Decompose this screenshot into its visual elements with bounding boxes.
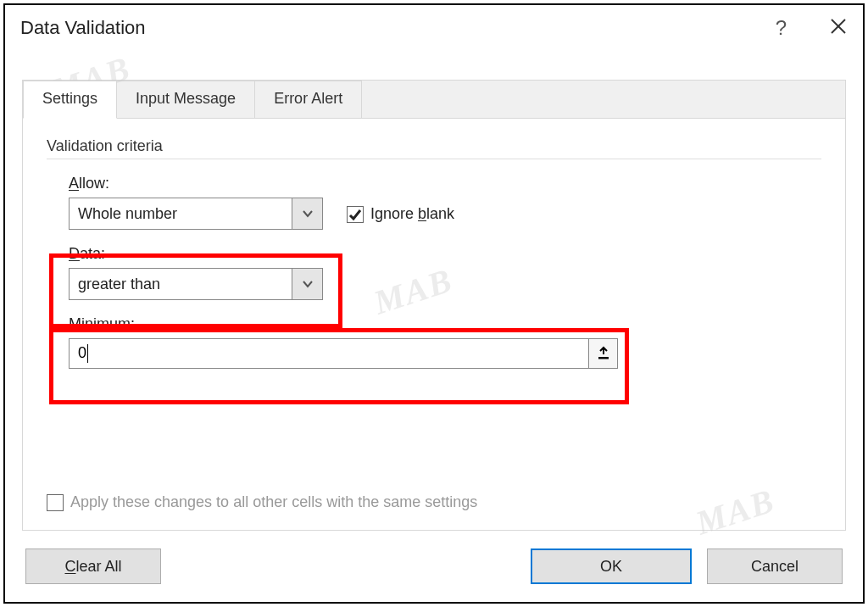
minimum-label: Minimum: xyxy=(69,315,821,333)
chevron-down-icon[interactable] xyxy=(292,198,322,229)
ignore-blank-label: Ignore blank xyxy=(370,205,454,223)
minimum-input[interactable]: 0 xyxy=(70,344,588,363)
chevron-down-icon[interactable] xyxy=(292,269,322,299)
help-icon[interactable]: ? xyxy=(776,16,787,40)
allow-label: Allow: xyxy=(69,175,323,192)
ok-button[interactable]: OK xyxy=(531,549,692,584)
allow-value: Whole number xyxy=(70,205,292,223)
tab-settings[interactable]: Settings xyxy=(23,81,117,119)
apply-same-checkbox[interactable] xyxy=(47,494,64,511)
dialog-body: Settings Input Message Error Alert Valid… xyxy=(22,80,846,531)
data-value: greater than xyxy=(70,276,292,293)
group-validation-criteria: Validation criteria xyxy=(47,137,821,155)
titlebar: Data Validation ? xyxy=(5,5,863,51)
dialog-window: Data Validation ? Settings Input Message… xyxy=(3,3,865,604)
allow-combo[interactable]: Whole number xyxy=(69,198,323,230)
settings-panel: Validation criteria Allow: Whole number xyxy=(23,118,845,530)
button-bar: Clear All OK Cancel xyxy=(5,531,863,602)
tab-input-message[interactable]: Input Message xyxy=(117,81,255,119)
close-icon[interactable] xyxy=(829,17,848,39)
divider xyxy=(47,159,821,159)
range-picker-icon[interactable] xyxy=(588,339,617,368)
minimum-input-row: 0 xyxy=(69,338,618,369)
cancel-button[interactable]: Cancel xyxy=(707,549,843,584)
clear-all-button[interactable]: Clear All xyxy=(25,549,161,584)
tab-strip: Settings Input Message Error Alert xyxy=(23,81,845,119)
data-label: Data: xyxy=(69,245,821,263)
tab-error-alert[interactable]: Error Alert xyxy=(255,81,362,119)
svg-rect-2 xyxy=(598,357,609,359)
data-combo[interactable]: greater than xyxy=(69,268,323,300)
ignore-blank-checkbox[interactable] xyxy=(347,206,364,223)
dialog-title: Data Validation xyxy=(20,17,146,39)
apply-same-label: Apply these changes to all other cells w… xyxy=(70,493,477,511)
